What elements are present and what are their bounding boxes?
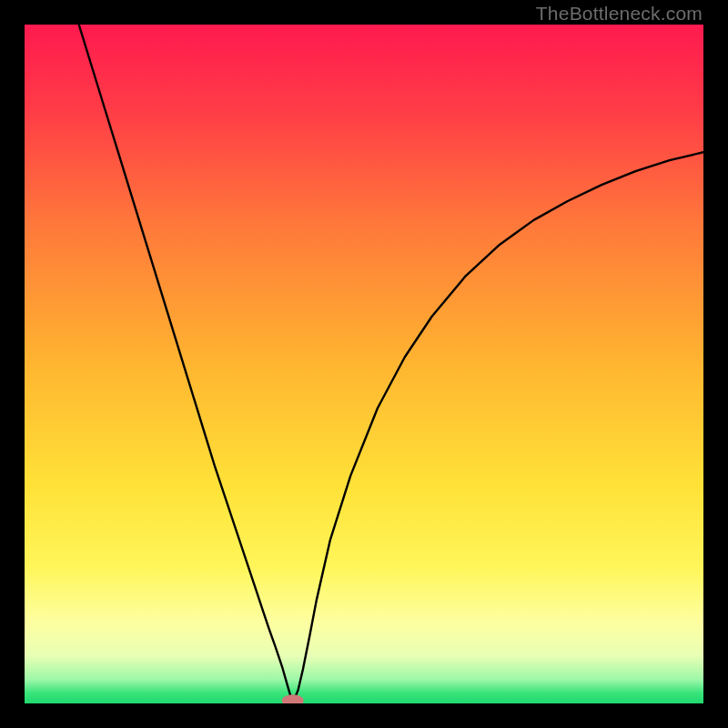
bottleneck-curve (79, 25, 703, 703)
curve-layer (25, 25, 703, 703)
watermark-text: TheBottleneck.com (536, 3, 703, 25)
minimum-marker (282, 694, 304, 703)
plot-area (25, 25, 703, 703)
chart-frame: TheBottleneck.com (0, 0, 728, 728)
